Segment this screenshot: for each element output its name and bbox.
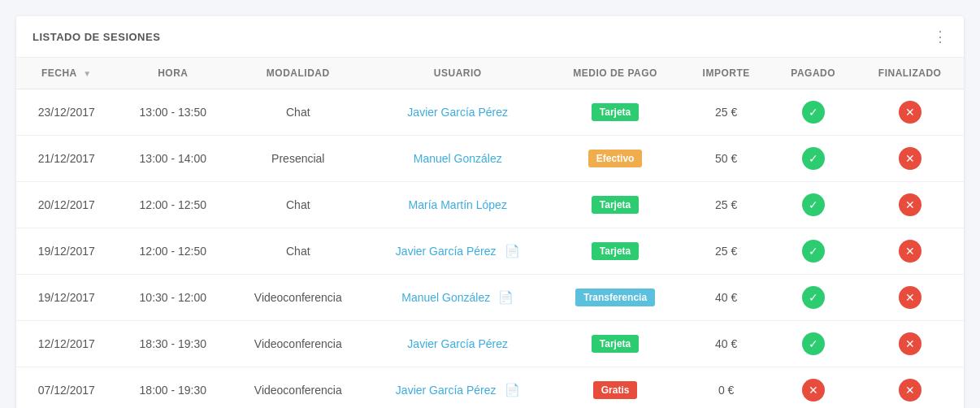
cell-medio-pago: Efectivo [549, 136, 682, 182]
check-icon: ✓ [802, 332, 825, 355]
col-usuario: USUARIO [366, 58, 549, 89]
user-link[interactable]: Javier García Pérez [407, 337, 508, 350]
cell-usuario: Manuel González [366, 136, 549, 182]
card-header: LISTADO DE SESIONES ⋮ [16, 16, 964, 58]
x-icon: ✕ [899, 286, 921, 309]
cell-fecha: 19/12/2017 [16, 228, 117, 275]
cell-hora: 13:00 - 14:00 [117, 136, 230, 182]
x-icon: ✕ [899, 101, 921, 124]
cell-finalizado: ✕ [856, 367, 964, 409]
cell-medio-pago: Tarjeta [549, 228, 682, 275]
cell-pagado: ✓ [770, 136, 856, 182]
cell-pagado: ✓ [770, 321, 856, 367]
cell-importe: 0 € [682, 367, 770, 409]
table-row: 23/12/201713:00 - 13:50ChatJavier García… [16, 89, 964, 136]
x-icon: ✕ [899, 332, 921, 355]
table-row: 12/12/201718:30 - 19:30VideoconferenciaJ… [16, 321, 964, 367]
payment-badge: Tarjeta [592, 196, 639, 214]
payment-badge: Tarjeta [592, 103, 639, 121]
cell-fecha: 23/12/2017 [16, 89, 117, 136]
x-icon: ✕ [899, 193, 921, 216]
document-icon[interactable]: 📄 [498, 290, 514, 305]
cell-pagado: ✕ [770, 367, 856, 409]
table-row: 20/12/201712:00 - 12:50ChatMaría Martín … [16, 182, 964, 228]
payment-badge: Tarjeta [592, 335, 639, 353]
cell-usuario: Manuel González📄 [366, 275, 549, 321]
sort-arrow-icon: ▼ [83, 69, 91, 78]
sessions-table: FECHA ▼ HORA MODALIDAD USUARIO MEDIO DE … [16, 58, 964, 408]
x-icon: ✕ [802, 379, 825, 401]
user-link[interactable]: Javier García Pérez [396, 384, 497, 397]
cell-importe: 25 € [682, 89, 770, 136]
more-options-icon[interactable]: ⋮ [933, 28, 947, 46]
col-importe: IMPORTE [682, 58, 770, 89]
check-icon: ✓ [802, 286, 825, 309]
cell-hora: 13:00 - 13:50 [117, 89, 230, 136]
cell-usuario: María Martín López [366, 182, 549, 228]
cell-hora: 12:00 - 12:50 [117, 182, 230, 228]
cell-finalizado: ✕ [856, 182, 964, 228]
col-medio-pago: MEDIO DE PAGO [549, 58, 682, 89]
check-icon: ✓ [802, 193, 825, 216]
user-link[interactable]: Manuel González [401, 291, 490, 304]
table-header-row: FECHA ▼ HORA MODALIDAD USUARIO MEDIO DE … [16, 58, 964, 89]
cell-usuario: Javier García Pérez [366, 89, 549, 136]
cell-modalidad: Chat [229, 228, 366, 275]
cell-modalidad: Chat [229, 89, 366, 136]
cell-pagado: ✓ [770, 182, 856, 228]
table-row: 19/12/201710:30 - 12:00VideoconferenciaM… [16, 275, 964, 321]
cell-finalizado: ✕ [856, 321, 964, 367]
x-icon: ✕ [899, 147, 921, 170]
col-modalidad: MODALIDAD [229, 58, 366, 89]
cell-modalidad: Presencial [229, 136, 366, 182]
cell-pagado: ✓ [770, 275, 856, 321]
cell-usuario: Javier García Pérez📄 [366, 367, 549, 409]
cell-finalizado: ✕ [856, 136, 964, 182]
payment-badge: Gratis [593, 381, 638, 399]
cell-fecha: 07/12/2017 [16, 367, 117, 409]
cell-modalidad: Videoconferencia [229, 367, 366, 409]
payment-badge: Tarjeta [592, 242, 639, 260]
cell-fecha: 21/12/2017 [16, 136, 117, 182]
cell-modalidad: Videoconferencia [229, 275, 366, 321]
cell-pagado: ✓ [770, 89, 856, 136]
table-row: 07/12/201718:00 - 19:30VideoconferenciaJ… [16, 367, 964, 409]
check-icon: ✓ [802, 101, 825, 124]
cell-pagado: ✓ [770, 228, 856, 275]
x-icon: ✕ [899, 379, 921, 401]
x-icon: ✕ [899, 240, 921, 263]
cell-finalizado: ✕ [856, 89, 964, 136]
cell-medio-pago: Tarjeta [549, 182, 682, 228]
col-fecha[interactable]: FECHA ▼ [16, 58, 117, 89]
user-link[interactable]: Javier García Pérez [396, 245, 497, 258]
document-icon[interactable]: 📄 [505, 244, 520, 258]
cell-medio-pago: Transferencia [549, 275, 682, 321]
cell-finalizado: ✕ [856, 275, 964, 321]
payment-badge: Efectivo [588, 150, 643, 167]
cell-hora: 18:00 - 19:30 [117, 367, 230, 409]
cell-medio-pago: Tarjeta [549, 321, 682, 367]
cell-finalizado: ✕ [856, 228, 964, 275]
document-icon[interactable]: 📄 [505, 383, 520, 397]
cell-fecha: 12/12/2017 [16, 321, 117, 367]
table-row: 21/12/201713:00 - 14:00PresencialManuel … [16, 136, 964, 182]
user-link[interactable]: Javier García Pérez [407, 106, 508, 119]
cell-importe: 40 € [682, 321, 770, 367]
check-icon: ✓ [802, 240, 825, 263]
cell-usuario: Javier García Pérez📄 [366, 228, 549, 275]
sessions-card: LISTADO DE SESIONES ⋮ FECHA ▼ HORA MODAL… [16, 16, 964, 408]
user-link[interactable]: Manuel González [414, 152, 502, 165]
cell-medio-pago: Tarjeta [549, 89, 682, 136]
cell-importe: 50 € [682, 136, 770, 182]
table-row: 19/12/201712:00 - 12:50ChatJavier García… [16, 228, 964, 275]
cell-fecha: 19/12/2017 [16, 275, 117, 321]
col-hora: HORA [117, 58, 230, 89]
user-link[interactable]: María Martín López [409, 198, 507, 211]
cell-hora: 18:30 - 19:30 [117, 321, 230, 367]
cell-hora: 12:00 - 12:50 [117, 228, 230, 275]
payment-badge: Transferencia [575, 289, 655, 306]
cell-medio-pago: Gratis [549, 367, 682, 409]
cell-importe: 40 € [682, 275, 770, 321]
col-finalizado: FINALIZADO [856, 58, 964, 89]
cell-importe: 25 € [682, 182, 770, 228]
